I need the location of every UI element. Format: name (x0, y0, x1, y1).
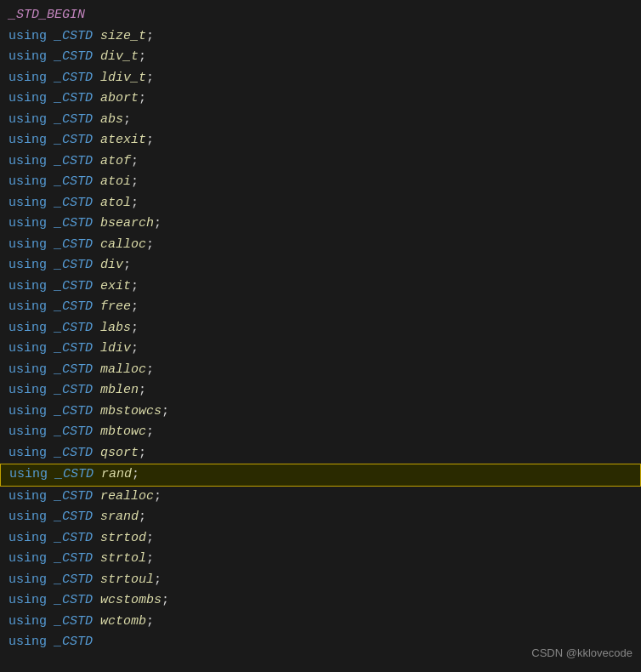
ns-cstd: _CSTD (54, 112, 93, 127)
fn-calloc: calloc (100, 237, 146, 252)
code-line-atof: using _CSTD atof; (0, 151, 641, 173)
keyword-using: using (9, 362, 47, 377)
fn-atof: atof (100, 154, 131, 168)
keyword-using: using (9, 572, 47, 587)
fn-div_t: div_t (100, 49, 139, 64)
ns-cstd: _CSTD (54, 593, 93, 607)
fn-free: free (100, 299, 131, 314)
keyword-using: using (9, 446, 47, 460)
code-line-mbstowcs: using _CSTD mbstowcs; (0, 401, 641, 423)
ns-cstd: _CSTD (54, 572, 93, 587)
keyword-using: using (9, 321, 47, 335)
ns-cstd: _CSTD (54, 154, 93, 168)
fn-malloc: malloc (100, 362, 146, 377)
keyword-using: using (9, 551, 47, 566)
ns-cstd: _CSTD (54, 614, 93, 629)
ns-cstd: _CSTD (54, 321, 93, 335)
keyword-using: using (9, 424, 47, 439)
ns-cstd: _CSTD (54, 446, 93, 460)
keyword-using: using (9, 174, 47, 189)
ns-cstd: _CSTD (54, 237, 93, 252)
code-line-mblen: using _CSTD mblen; (0, 380, 641, 401)
code-line-atol: using _CSTD atol; (0, 193, 641, 214)
ns-cstd: _CSTD (54, 71, 93, 85)
code-line-abs: using _CSTD abs; (0, 110, 641, 131)
code-container: _STD_BEGIN using _CSTD size_t; using _CS… (0, 0, 641, 672)
code-line-size_t: using _CSTD size_t; (0, 26, 641, 48)
watermark: CSDN @kklovecode (531, 643, 632, 664)
fn-mbtowc: mbtowc (100, 424, 146, 439)
code-line-strtod: using _CSTD strtod; (0, 528, 641, 550)
code-line-qsort: using _CSTD qsort; (0, 443, 641, 464)
ns-cstd: _CSTD (54, 510, 93, 524)
code-line-strtoul: using _CSTD strtoul; (0, 570, 641, 591)
code-line-ldiv_t: using _CSTD ldiv_t; (0, 68, 641, 89)
code-line-free: using _CSTD free; (0, 297, 641, 318)
fn-exit: exit (100, 279, 131, 293)
ns-cstd: _CSTD (54, 133, 93, 147)
keyword-using: using (9, 71, 47, 85)
fn-mbstowcs: mbstowcs (100, 404, 162, 419)
fn-div: div (100, 258, 123, 272)
ns-cstd: _CSTD (54, 49, 93, 64)
fn-mblen: mblen (100, 383, 139, 397)
fn-ldiv_t: ldiv_t (100, 71, 146, 85)
fn-wcstombs: wcstombs (100, 593, 162, 607)
code-line-abort: using _CSTD abort; (0, 88, 641, 110)
keyword-using: using (9, 29, 47, 43)
fn-bsearch: bsearch (100, 216, 154, 231)
code-line-calloc: using _CSTD calloc; (0, 235, 641, 256)
code-line-atoi: using _CSTD atoi; (0, 172, 641, 193)
ns-cstd: _CSTD (54, 216, 93, 231)
ns-cstd: _CSTD (54, 362, 93, 377)
code-line-malloc: using _CSTD malloc; (0, 360, 641, 381)
code-line-ldiv: using _CSTD ldiv; (0, 339, 641, 360)
code-line-labs: using _CSTD labs; (0, 318, 641, 339)
ns-cstd: _CSTD (54, 635, 93, 649)
keyword-using: using (9, 593, 47, 607)
keyword-using: using (9, 531, 47, 545)
ns-cstd: _CSTD (54, 489, 93, 504)
code-line-exit: using _CSTD exit; (0, 276, 641, 298)
fn-qsort: qsort (100, 446, 139, 460)
fn-atoi: atoi (100, 174, 131, 189)
ns-cstd: _CSTD (54, 299, 93, 314)
fn-strtol: strtol (100, 551, 146, 566)
keyword-using: using (9, 635, 47, 649)
keyword-using: using (9, 154, 47, 168)
macro-line: _STD_BEGIN (0, 5, 641, 26)
fn-abs: abs (100, 112, 123, 127)
ns-cstd: _CSTD (54, 404, 93, 419)
ns-cstd: _CSTD (54, 424, 93, 439)
keyword-using: using (9, 467, 48, 481)
ns-cstd: _CSTD (54, 196, 93, 210)
keyword-using: using (9, 279, 47, 293)
ns-cstd: _CSTD (55, 467, 94, 481)
code-line-wctomb: using _CSTD wctomb; (0, 612, 641, 633)
keyword-using: using (9, 404, 47, 419)
code-line-bsearch: using _CSTD bsearch; (0, 214, 641, 235)
code-line-div_t: using _CSTD div_t; (0, 47, 641, 68)
keyword-using: using (9, 133, 47, 147)
keyword-using: using (9, 112, 47, 127)
fn-strtoul: strtoul (100, 572, 154, 587)
fn-labs: labs (100, 321, 131, 335)
code-line-realloc: using _CSTD realloc; (0, 487, 641, 508)
keyword-using: using (9, 299, 47, 314)
ns-cstd: _CSTD (54, 91, 93, 105)
ns-cstd: _CSTD (54, 29, 93, 43)
fn-atol: atol (100, 196, 131, 210)
fn-abort: abort (100, 91, 139, 105)
keyword-using: using (9, 258, 47, 272)
keyword-using: using (9, 196, 47, 210)
keyword-using: using (9, 489, 47, 504)
keyword-using: using (9, 510, 47, 524)
keyword-using: using (9, 91, 47, 105)
fn-size_t: size_t (100, 29, 146, 43)
code-line-atexit: using _CSTD atexit; (0, 130, 641, 151)
code-line-rand: using _CSTD rand; (0, 464, 641, 487)
macro-text: _STD_BEGIN (9, 8, 85, 22)
fn-srand: srand (100, 510, 139, 524)
ns-cstd: _CSTD (54, 258, 93, 272)
ns-cstd: _CSTD (54, 341, 93, 356)
